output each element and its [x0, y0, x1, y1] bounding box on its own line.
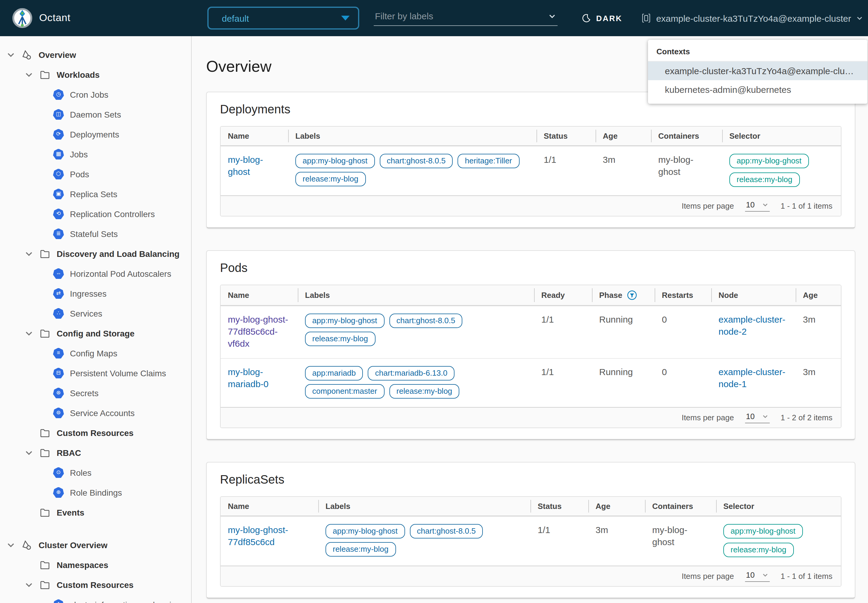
sidebar-item-custom-resources[interactable]: Custom Resources [0, 575, 191, 595]
label-tag[interactable]: app:my-blog-ghost [326, 524, 405, 538]
sidebar-item-secrets[interactable]: ⊛ Secrets [0, 383, 191, 403]
sidebar-item-daemon-sets[interactable]: ◫ Daemon Sets [0, 104, 191, 124]
label-tag[interactable]: heritage:Tiller [457, 154, 519, 168]
selector-tag[interactable]: app:my-blog-ghost [723, 524, 803, 538]
cell-name: my-blog-ghost-77df85c6cd [221, 517, 318, 566]
sidebar-item-roles[interactable]: ⊙ Roles [0, 462, 191, 482]
label-tag[interactable]: release:my-blog [305, 332, 375, 346]
selector-tag[interactable]: release:my-blog [723, 543, 794, 557]
pod-link[interactable]: my-blog-ghost-77df85c6cd-vf6dx [228, 314, 288, 348]
node-link[interactable]: example-cluster-node-2 [718, 314, 785, 337]
selector-tag[interactable]: release:my-blog [729, 172, 800, 187]
sidebar-item-label: Stateful Sets [70, 229, 118, 238]
chevron-down-icon [762, 413, 769, 420]
context-menu-item-example-cluster-ka3tutzyo4a-example-clu[interactable]: example-cluster-ka3TuTzYo4a@example-clu… [648, 62, 867, 80]
label-tag[interactable]: app:my-blog-ghost [305, 314, 384, 328]
pods-card-title: Pods [220, 260, 842, 275]
sidebar-item-discovery-and-load-balancing[interactable]: Discovery and Load Balancing [0, 244, 191, 263]
job-icon: ▦ [53, 148, 64, 159]
octant-app: Octant default DARK example-cluste [0, 0, 868, 603]
sidebar-item-role-bindings[interactable]: ⊕ Role Bindings [0, 482, 191, 502]
sidebar-item-workloads[interactable]: Workloads [0, 65, 191, 84]
sidebar-item-label: Jobs [70, 149, 88, 159]
sidebar-item-label: RBAC [57, 448, 81, 458]
sidebar-item-label: Replication Controllers [70, 209, 155, 219]
sidebar-item-replication-controllers[interactable]: ⟲ Replication Controllers [0, 204, 191, 224]
column-header-status: Status [536, 127, 596, 145]
chevron-down-icon[interactable] [6, 50, 15, 59]
sidebar-item-clusterinformations-crd-projec[interactable]: ✱ clusterinformations.crd.projec [0, 595, 191, 603]
sidebar-item-cron-jobs[interactable]: ◷ Cron Jobs [0, 84, 191, 104]
label-tag[interactable]: chart:ghost-8.0.5 [409, 524, 483, 538]
context-menu-item-kubernetes-admin-kubernetes[interactable]: kubernetes-admin@kubernetes [648, 80, 867, 99]
page-size-select[interactable]: 10 [745, 412, 770, 423]
cell-name: my-blog-mariadb-0 [221, 359, 298, 407]
items-per-page-label: Items per page [682, 201, 734, 210]
chevron-down-icon[interactable] [24, 70, 34, 79]
namespace-select[interactable]: default [207, 7, 359, 29]
chevron-down-icon[interactable] [24, 580, 34, 589]
context-selector-label: example-cluster-ka3TuTzYo4a@example-clus… [656, 13, 851, 23]
chevron-down-icon [856, 14, 863, 22]
sidebar-item-deployments[interactable]: ⟳ Deployments [0, 124, 191, 144]
dark-mode-toggle[interactable]: DARK [582, 13, 622, 23]
chevron-down-icon[interactable] [6, 540, 15, 550]
sidebar-item-service-accounts[interactable]: ⊚ Service Accounts [0, 403, 191, 423]
sidebar-item-config-maps[interactable]: ≡ Config Maps [0, 343, 191, 363]
sidebar-item-overview[interactable]: Overview [0, 45, 191, 65]
sidebar-item-namespaces[interactable]: Namespaces [0, 555, 191, 575]
node-link[interactable]: example-cluster-node-1 [718, 366, 785, 389]
sidebar-item-jobs[interactable]: ▦ Jobs [0, 144, 191, 164]
sidebar-item-label: Secrets [70, 388, 99, 398]
filter-funnel-icon[interactable] [627, 290, 638, 300]
label-tag[interactable]: chart:mariadb-6.13.0 [368, 366, 455, 380]
hpa-icon: ⇔ [53, 268, 64, 279]
chevron-down-icon[interactable] [24, 328, 34, 338]
label-tag[interactable]: release:my-blog [389, 384, 459, 399]
sidebar-item-events[interactable]: Events [0, 502, 191, 522]
sidebar-item-persistent-volume-claims[interactable]: ⊟ Persistent Volume Claims [0, 363, 191, 383]
sidebar-item-horizontal-pod-autoscalers[interactable]: ⇔ Horizontal Pod Autoscalers [0, 263, 191, 283]
deployment-link[interactable]: my-blog-ghost [228, 155, 263, 177]
pod-link[interactable]: my-blog-mariadb-0 [228, 366, 269, 389]
sidebar-item-label: Replica Sets [70, 189, 117, 199]
cell-restarts: 0 [655, 359, 711, 407]
sidebar-item-cluster-overview[interactable]: Cluster Overview [0, 535, 191, 555]
page-size-value: 10 [746, 571, 755, 580]
selector-tag[interactable]: app:my-blog-ghost [729, 154, 809, 168]
label-filter-input[interactable] [374, 10, 558, 26]
chevron-down-icon[interactable] [24, 448, 34, 458]
chevron-down-icon[interactable] [24, 249, 34, 258]
folder-icon [39, 247, 51, 260]
label-tag[interactable]: release:my-blog [295, 172, 366, 186]
rolebinding-icon: ⊕ [53, 487, 64, 498]
cell-age: 3m [588, 517, 645, 566]
label-tag[interactable]: component:master [305, 384, 384, 399]
sidebar-item-rbac[interactable]: RBAC [0, 442, 191, 462]
label-tag[interactable]: app:mariadb [305, 366, 363, 380]
folder-icon [39, 427, 51, 439]
label-tag[interactable]: release:my-blog [326, 542, 396, 557]
page-size-select[interactable]: 10 [745, 200, 770, 212]
sidebar-item-services[interactable]: ∴ Services [0, 303, 191, 323]
sidebar-item-stateful-sets[interactable]: ≣ Stateful Sets [0, 224, 191, 244]
cell-labels: app:my-blog-ghostchart:ghost-8.0.5herita… [288, 147, 536, 195]
cell-name: my-blog-ghost [221, 147, 288, 195]
sidebar-item-custom-resources[interactable]: Custom Resources [0, 423, 191, 442]
sidebar-item-config-and-storage[interactable]: Config and Storage [0, 323, 191, 343]
context-selector-button[interactable]: example-cluster-ka3TuTzYo4a@example-clus… [641, 13, 863, 23]
label-tag[interactable]: chart:ghost-8.0.5 [380, 154, 453, 168]
sidebar-item-replica-sets[interactable]: ▣ Replica Sets [0, 184, 191, 204]
page-size-select[interactable]: 10 [745, 571, 770, 582]
cell-restarts: 0 [655, 306, 711, 358]
label-tag[interactable]: app:my-blog-ghost [295, 154, 375, 168]
chevron-down-icon[interactable] [548, 12, 556, 20]
sidebar-item-label: Overview [39, 50, 76, 59]
cell-age: 3m [596, 147, 651, 195]
sidebar-item-pods[interactable]: ⬡ Pods [0, 164, 191, 184]
label-tag[interactable]: chart:ghost-8.0.5 [389, 314, 462, 328]
sidebar-item-ingresses[interactable]: ⇄ Ingresses [0, 283, 191, 303]
cluster-icon [641, 13, 651, 23]
phase-header-label: Phase [599, 291, 622, 300]
replicaset-link[interactable]: my-blog-ghost-77df85c6cd [228, 525, 288, 547]
